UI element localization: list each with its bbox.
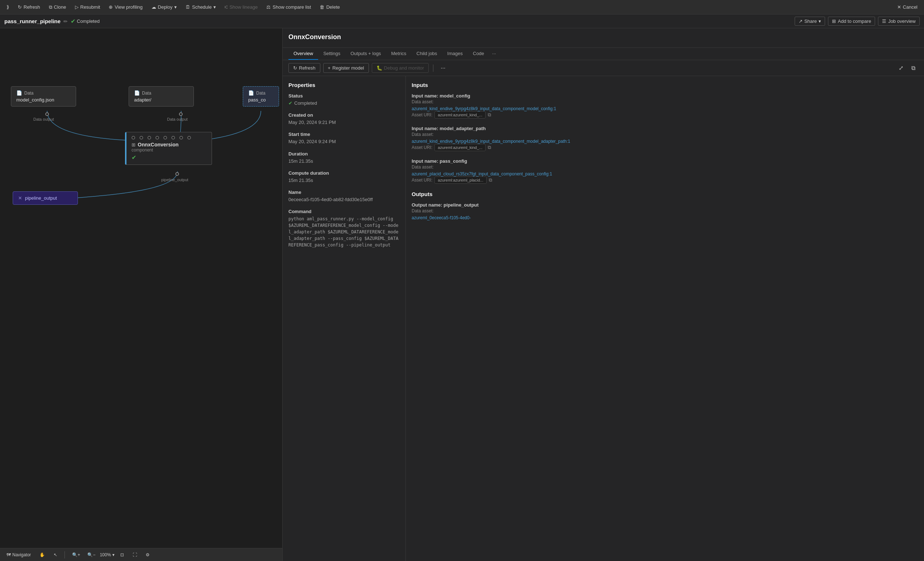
component-icon: ⊞ [132,142,135,147]
prop-compute-duration: Compute duration 15m 21.35s [288,170,400,184]
component-node-title: OnnxConversion [138,142,178,147]
tab-more-button[interactable]: ··· [489,48,499,60]
fullscreen-icon: ⛶ [133,552,137,557]
command-value: python aml_pass_runner.py --model_config… [288,216,400,248]
titlebar: pass_runner_pipeline ✏ ✔ Completed ↗ Sha… [0,15,924,28]
component-output-port [176,172,179,176]
input-port-5 [164,136,167,140]
panel-refresh-icon: ↻ [293,65,297,70]
map-icon: 🗺 [6,552,11,557]
duration-value: 15m 21.35s [288,158,400,165]
duration-label: Duration [288,151,400,156]
input-3-sub: Data asset: [412,165,918,170]
zoom-in-icon: 🔍+ [72,552,80,557]
show-compare-button[interactable]: ⚖ Show compare list [263,3,315,11]
panel-more-button[interactable]: ··· [438,63,448,73]
panel-tabs: Overview Settings Outputs + logs Metrics… [283,48,924,60]
tab-settings[interactable]: Settings [318,48,345,60]
input-3-uri-value: azureml:azureml_placid... [435,177,486,184]
pipeline-output-node[interactable]: ✕ pipeline_output [13,191,78,205]
refresh-button[interactable]: ↻ Refresh [14,3,44,11]
input-port-3 [147,136,151,140]
connection-lines [0,28,282,561]
deploy-button[interactable]: ☁ Deploy ▾ [148,3,180,11]
input-port-6 [171,136,175,140]
tab-overview[interactable]: Overview [288,48,318,60]
input-3-link[interactable]: azureml_placid_cloud_rs35zx7fgt_input_da… [412,171,552,177]
full-screen-button[interactable]: ⛶ [130,551,140,558]
data-node-adapter[interactable]: 📄 Data adapter/ [129,86,194,106]
output-1-sub: Data asset: [412,208,918,213]
input-1-link[interactable]: azureml_kind_endive_9yrpg4z8k9_input_dat… [412,106,556,111]
expand-panel-icon[interactable]: ⤢ [896,63,906,72]
input-2-copy-icon[interactable]: ⧉ [488,145,491,150]
tab-images[interactable]: Images [442,48,468,60]
edit-icon[interactable]: ✏ [63,18,68,24]
tab-metrics[interactable]: Metrics [386,48,411,60]
inputs-title: Inputs [412,82,918,88]
refresh-icon: ↻ [18,4,22,10]
hand-tool-button[interactable]: ✋ [37,551,48,558]
debug-monitor-button[interactable]: 🐛 Debug and monitor [372,63,429,73]
output-node-title: pipeline_output [25,195,57,201]
settings-tool-button[interactable]: ⚙ [143,551,153,558]
zoom-in-button[interactable]: 🔍+ [69,551,83,558]
zoom-out-button[interactable]: 🔍− [84,551,98,558]
schedule-button[interactable]: 🗓 Schedule ▾ [182,3,220,11]
select-tool-button[interactable]: ↖ [51,551,60,558]
input-port-8 [188,136,191,140]
delete-button[interactable]: 🗑 Delete [316,3,344,11]
pipeline-canvas[interactable]: 📄 Data model_config.json Data output 📄 D… [0,28,283,561]
onnx-conversion-node[interactable]: ⊞ OnnxConversion component ✔ [125,132,212,165]
data-node-pass-config[interactable]: 📄 Data pass_co [243,86,279,106]
compute-duration-label: Compute duration [288,170,400,176]
navigator-button[interactable]: 🗺 Navigator [4,551,34,558]
clone-button[interactable]: ⧉ Clone [45,3,70,12]
properties-title: Properties [288,82,400,88]
compare-add-icon: ⊞ [832,18,836,24]
created-on-label: Created on [288,112,400,118]
job-overview-button[interactable]: ☰ Job overview [878,16,920,26]
delete-icon: 🗑 [320,4,324,10]
data-node-2-title: adapter/ [134,97,188,102]
tab-child-jobs[interactable]: Child jobs [411,48,442,60]
input-1-sub: Data asset: [412,99,918,104]
input-3-copy-icon[interactable]: ⧉ [489,177,492,183]
input-1-copy-icon[interactable]: ⧉ [488,112,491,118]
panel-refresh-button[interactable]: ↻ Refresh [288,63,320,73]
show-lineage-button[interactable]: ⑆ Show lineage [221,3,261,11]
tab-outputs-logs[interactable]: Outputs + logs [345,48,386,60]
canvas-bottom-toolbar: 🗺 Navigator ✋ ↖ 🔍+ 🔍− 100% ▾ ⊡ [0,548,282,561]
panel-header: OnnxConversion [283,28,924,48]
cancel-button[interactable]: ✕ Cancel [894,3,921,11]
command-label: Command [288,209,400,214]
expand-button[interactable]: ⟫ [3,3,13,11]
data-node-model-config[interactable]: 📄 Data model_config.json [11,86,76,106]
share-button[interactable]: ↗ Share ▾ [795,16,825,26]
input-2-link[interactable]: azureml_kind_endive_9yrpg4z8k9_input_dat… [412,139,570,144]
overview-icon: ☰ [882,18,886,24]
tab-code[interactable]: Code [468,48,489,60]
panel-view-icon[interactable]: ⧉ [908,63,918,72]
prop-name: Name 0eceeca5-f105-4ed0-ab82-fdd30e15e0f… [288,189,400,203]
view-profiling-button[interactable]: ⊕ View profiling [105,3,146,11]
output-1-link[interactable]: azureml_0eceeca5-f105-4ed0- [412,215,471,220]
data-node-3-title: pass_co [248,97,274,102]
right-panel: OnnxConversion Overview Settings Outputs… [283,28,924,561]
share-icon: ↗ [799,18,802,24]
properties-section: Properties Status ✔ Completed Created on… [283,76,406,561]
outputs-title: Outputs [412,191,918,197]
register-model-button[interactable]: + Register model [323,63,369,73]
input-2-uri-row: Asset URI: azureml:azureml_kind_... ⧉ [412,144,918,151]
status-badge: ✔ Completed [70,18,100,25]
fit-view-button[interactable]: ⊡ [117,551,127,558]
share-chevron-icon: ▾ [819,18,821,24]
input-3-name: Input name: pass_config [412,158,918,164]
input-item-model-config: Input name: model_config Data asset: azu… [412,93,918,118]
add-to-compare-button[interactable]: ⊞ Add to compare [828,16,875,26]
status-check-icon: ✔ [288,100,292,106]
input-3-uri-row: Asset URI: azureml:azureml_placid... ⧉ [412,177,918,184]
compare-icon: ⚖ [266,4,271,10]
input-3-uri-label: Asset URI: [412,178,432,183]
resubmit-button[interactable]: ▷ Resubmit [71,3,104,11]
